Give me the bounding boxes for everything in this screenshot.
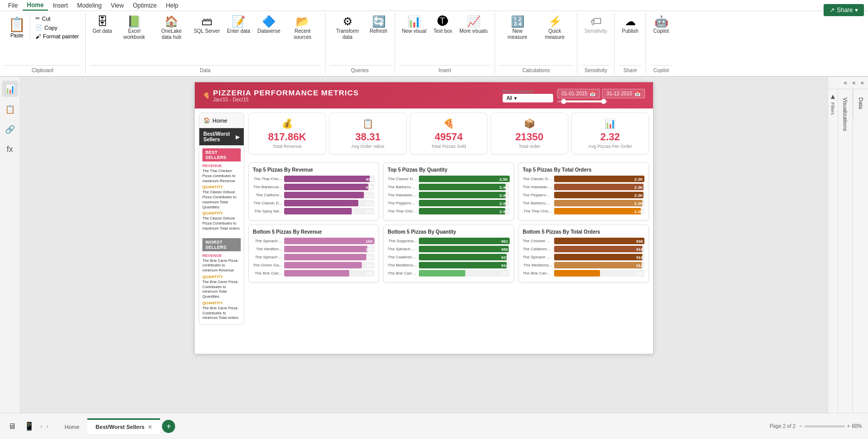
- category-dropdown[interactable]: All ▾: [503, 94, 553, 102]
- date-slider[interactable]: [557, 100, 608, 102]
- calc-group-label: Calculations: [499, 65, 573, 73]
- format-painter-button[interactable]: 🖌 Format painter: [33, 32, 81, 40]
- transform-button[interactable]: ⚙ Transform data: [330, 14, 366, 42]
- ribbon-group-queries: ⚙ Transform data 🔄 Refresh Queries: [326, 13, 395, 74]
- tab-home[interactable]: Home: [57, 419, 87, 434]
- menu-insert[interactable]: Insert: [49, 1, 72, 10]
- sql-button[interactable]: 🗃 SQL Server: [191, 14, 223, 36]
- bar-row: The Mediterra... 912: [523, 262, 644, 268]
- top5-qty-bars: The Classic Del... 2.5K The Barbecue C..…: [388, 176, 509, 214]
- table-view-icon[interactable]: 📋: [2, 101, 18, 117]
- share-button[interactable]: ↗ Share ▾: [824, 4, 864, 16]
- bar-label: The Mediterran...: [388, 263, 417, 267]
- menu-home[interactable]: Home: [23, 1, 47, 11]
- report-view-icon[interactable]: 📊: [2, 81, 18, 97]
- bar-value-inside: 16K: [366, 239, 373, 243]
- clipboard-buttons: 📋 Paste ✂ Cut 📄 Copy 🖌: [4, 14, 81, 65]
- bar-track: 14K: [284, 262, 374, 268]
- bar-row: The Chicken P... 938: [523, 238, 644, 244]
- zoom-in-icon[interactable]: +: [847, 423, 850, 429]
- copilot-button[interactable]: 🤖 Copilot: [650, 14, 672, 36]
- nav-home[interactable]: 🏠 Home: [199, 113, 244, 128]
- onelake-button[interactable]: 🏠 OneLake data hub: [153, 14, 190, 42]
- bar-value-inside: 2.3K: [634, 177, 643, 181]
- pizzas-sold-label: Total Pizzas Sold: [417, 144, 480, 149]
- sensitivity-button[interactable]: 🏷 Sensitivity: [581, 14, 610, 36]
- canvas-area[interactable]: 🍕 PIZZERIA PERFORMANCE METRICS Jan/15 - …: [20, 77, 828, 413]
- dax-view-icon[interactable]: fx: [2, 141, 18, 157]
- dataverse-button[interactable]: 🔷 Dataverse: [254, 14, 284, 36]
- collapse-right-icon[interactable]: «: [858, 79, 866, 87]
- more-visuals-button[interactable]: 📈 More visuals: [456, 14, 491, 36]
- bar-value-inside: 14K: [366, 263, 373, 267]
- bottom5-revenue-bars: The Spinach ... 16K The Mediterr... 15K …: [253, 238, 374, 277]
- dataverse-icon: 🔷: [262, 16, 276, 27]
- avg-order-value: 38.31: [337, 131, 399, 143]
- collapse-left-icon[interactable]: «: [842, 79, 849, 87]
- arrow-up-icon[interactable]: ▲: [828, 91, 837, 101]
- end-date[interactable]: 31-12-2015 📅: [602, 89, 645, 98]
- bar-track: 912: [554, 262, 644, 268]
- pizza-category-filter[interactable]: Pizza Category All ▾: [503, 89, 553, 102]
- charts-container: 💰 817.86K Total Revenue 📋 38.31 Avg Orde…: [248, 113, 649, 325]
- tab-close-icon[interactable]: ✕: [148, 424, 152, 430]
- slider-thumb-right[interactable]: [601, 99, 606, 104]
- menu-view[interactable]: View: [106, 1, 128, 10]
- bar-value-inside: 480: [636, 271, 643, 276]
- excel-button[interactable]: 📗 Excel workbook: [116, 14, 152, 42]
- share-dropdown-icon: ▾: [855, 7, 858, 14]
- data-tab[interactable]: Data: [853, 89, 868, 117]
- quick-measure-button[interactable]: ⚡ Quick measure: [536, 14, 573, 42]
- copy-button[interactable]: 📄 Copy: [33, 23, 81, 32]
- nav-next-icon[interactable]: ›: [46, 423, 48, 430]
- tablet-view-icon[interactable]: 📱: [22, 419, 36, 433]
- tab-best-worst[interactable]: Best/Worst Sellers ✕: [87, 418, 160, 434]
- top5-revenue-title: Top 5 Pizzas By Revenue: [253, 167, 374, 173]
- model-view-icon[interactable]: 🔗: [2, 121, 18, 137]
- bar-value-inside: 2.3K: [634, 193, 643, 197]
- nav-prev-icon[interactable]: ‹: [40, 423, 42, 430]
- menu-optimize[interactable]: Optimize: [129, 1, 160, 10]
- get-data-button[interactable]: 🗄 Get data: [90, 14, 115, 36]
- recent-sources-button[interactable]: 📂 Recent sources: [285, 14, 321, 42]
- bar-label: The Soppress...: [388, 239, 417, 243]
- bar-value-inside: 2.2K: [634, 209, 643, 213]
- menu-modeling[interactable]: Modeling: [73, 1, 106, 10]
- worst-sellers-title: WORST SELLERS: [202, 238, 241, 251]
- menu-help[interactable]: Help: [162, 1, 183, 10]
- enter-data-button[interactable]: 📝 Enter data: [224, 14, 253, 36]
- bar-fill: [419, 200, 506, 206]
- kpi-avg-per-order: 📊 2.32 Avg Pizzas Per Order: [571, 113, 649, 154]
- bar-fill: [419, 238, 509, 244]
- collapse-mid-icon[interactable]: «: [850, 79, 858, 87]
- text-box-button[interactable]: 🅣 Text box: [430, 14, 455, 36]
- bar-row: The Spicy Ital... 35K: [253, 208, 374, 214]
- bar-fill: [419, 254, 507, 260]
- cut-button[interactable]: ✂ Cut: [33, 14, 81, 23]
- new-visual-button[interactable]: 📊 New visual: [399, 14, 429, 36]
- bar-track: 16K: [284, 238, 374, 244]
- bar-fill: [419, 208, 505, 214]
- slider-fill: [562, 100, 605, 102]
- zoom-out-icon[interactable]: −: [799, 423, 802, 429]
- pizza-emoji: 🍕: [203, 92, 210, 99]
- visualizations-tab[interactable]: Visualizations: [838, 89, 853, 139]
- revenue-label-1: REVENUE: [202, 163, 241, 168]
- publish-button[interactable]: ☁ Publish: [619, 14, 641, 36]
- bar-value-inside: 918: [636, 255, 643, 259]
- slider-thumb-left[interactable]: [561, 99, 566, 104]
- desktop-view-icon[interactable]: 🖥: [6, 420, 18, 433]
- nav-best-worst[interactable]: Best/Worst Sellers ▶: [199, 128, 244, 145]
- zoom-slider[interactable]: [804, 425, 845, 427]
- copilot-group-label: Copilot: [650, 65, 672, 73]
- bar-fill: [554, 246, 643, 252]
- bar-value-inside: 2.3K: [634, 185, 643, 189]
- new-measure-button[interactable]: 🔢 New measure: [499, 14, 535, 42]
- bar-fill: [554, 238, 644, 244]
- paste-button[interactable]: 📋 Paste: [4, 14, 30, 40]
- add-tab-button[interactable]: +: [162, 420, 175, 433]
- menu-file[interactable]: File: [4, 1, 22, 10]
- start-date[interactable]: 01-01-2015 📅: [557, 89, 600, 98]
- top5-orders-title: Top 5 Pizzas By Total Orders: [523, 167, 644, 173]
- refresh-button[interactable]: 🔄 Refresh: [367, 14, 391, 36]
